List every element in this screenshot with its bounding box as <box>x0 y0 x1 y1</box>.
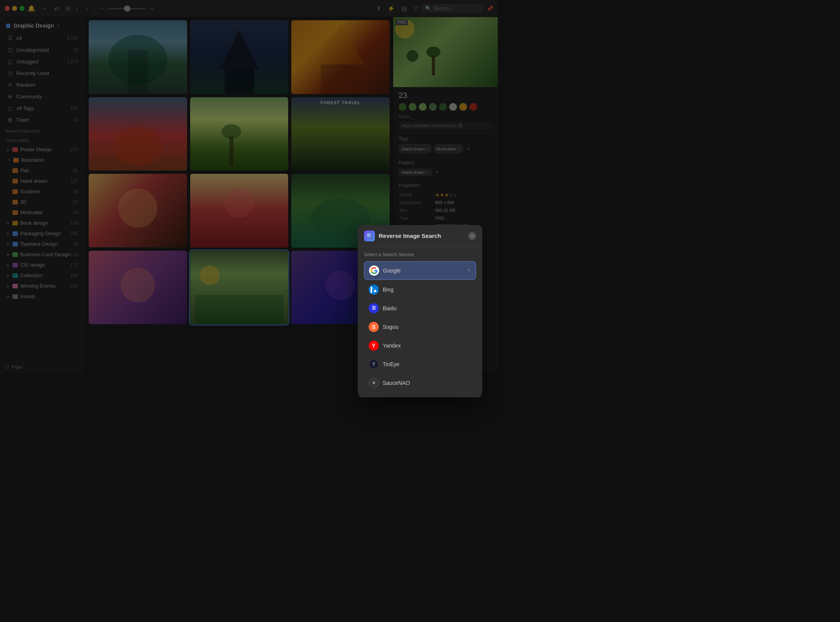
sogou-icon: S <box>369 322 379 332</box>
modal-title: Reverse Image Search <box>379 232 441 239</box>
modal-subtitle: Select a Search Service <box>364 252 476 257</box>
yandex-icon: Y <box>369 341 379 351</box>
baidu-label: Baidu <box>383 305 397 311</box>
sogou-label: Sogou <box>383 324 398 330</box>
search-option-sogou[interactable]: S Sogou <box>364 318 476 336</box>
search-option-yandex[interactable]: Y Yandex <box>364 337 476 355</box>
search-option-tineye[interactable]: T TinEye <box>364 355 476 373</box>
bing-icon <box>369 285 379 295</box>
google-label: Google <box>383 267 401 274</box>
tineye-icon: T <box>369 359 379 369</box>
modal-close-button[interactable]: × <box>468 232 476 240</box>
modal-overlay[interactable]: 🔍 Reverse Image Search × Select a Search… <box>0 0 498 373</box>
bing-label: Bing <box>383 287 394 293</box>
search-option-google[interactable]: Google ↖ <box>364 261 476 280</box>
tineye-label: TinEye <box>383 361 399 367</box>
reverse-image-search-modal: 🔍 Reverse Image Search × Select a Search… <box>358 225 482 374</box>
search-option-baidu[interactable]: 百 Baidu <box>364 299 476 317</box>
google-icon <box>369 266 379 276</box>
cursor-indicator: ↖ <box>467 268 471 273</box>
modal-body: Select a Search Service Google ↖ <box>358 247 482 374</box>
search-option-bing[interactable]: Bing <box>364 281 476 299</box>
modal-app-icon-char: 🔍 <box>366 233 373 239</box>
modal-title-row: 🔍 Reverse Image Search <box>364 231 441 241</box>
baidu-icon: 百 <box>369 303 379 313</box>
modal-header: 🔍 Reverse Image Search × <box>358 225 482 247</box>
modal-app-icon: 🔍 <box>364 231 375 241</box>
yandex-label: Yandex <box>383 342 401 349</box>
